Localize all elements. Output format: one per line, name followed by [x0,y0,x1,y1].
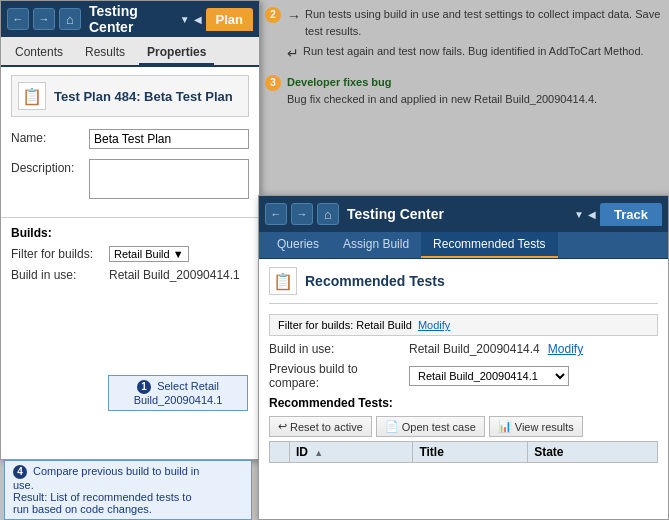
build-in-use-label: Build in use: [11,268,101,282]
plan-title: Test Plan 484: Beta Test Plan [54,89,233,104]
annotation-3: 3 Developer fixes bug Bug fix checked in… [265,74,669,107]
callout-4: 4 Compare previous build to build in use… [4,460,252,520]
view-results-button[interactable]: 📊 View results [489,416,583,437]
sort-arrow-id[interactable]: ▲ [314,448,323,458]
ann-2-number: 2 [265,7,281,23]
filter-bar: Filter for builds: Retail Build Modify [269,314,658,336]
ann-2-text2: Run test again and test now fails. Bug i… [303,43,644,60]
table-header-row: ID ▲ Title State [270,442,658,463]
ann-3-bold: Developer fixes bug [287,74,597,91]
callout-1: 1 Select Retail Build_20090414.1 [108,375,248,411]
filter-builds-label: Filter for builds: [11,247,101,261]
recommended-tests-table: ID ▲ Title State [269,441,658,463]
recommended-icon: 📋 [269,267,297,295]
callout-4-line2: use. [13,479,34,491]
annotation-2: 2 → Run tests using build in use and tes… [265,6,669,64]
annotations-area: 2 → Run tests using build in use and tes… [265,0,669,117]
plan-header: 📋 Test Plan 484: Beta Test Plan [11,75,249,117]
tab-contents[interactable]: Contents [7,41,71,65]
recommended-header: 📋 Recommended Tests [269,267,658,304]
build-in-use-value: Retail Build_20090414.1 [109,268,240,282]
right-home-button[interactable]: ⌂ [317,203,339,225]
description-field-row: Description: [11,159,249,199]
right-panel: ← → ⌂ Testing Center ▼ ◀ Track Queries A… [258,195,669,520]
ann-2-arrow2: ↵ [287,43,299,64]
nav-back-arrow[interactable]: ◀ [194,14,202,25]
th-id: ID ▲ [290,442,413,463]
builds-title: Builds: [11,226,249,240]
reset-to-active-button[interactable]: ↩ Reset to active [269,416,372,437]
ann-3-number: 3 [265,75,281,91]
filter-builds-row: Filter for builds: Retail Build ▼ [11,246,249,262]
right-tabs-row: Queries Assign Build Recommended Tests [259,232,668,259]
tab-plan[interactable]: Plan [206,8,253,31]
builds-section: Builds: Filter for builds: Retail Build … [1,217,259,296]
filter-bar-modify[interactable]: Modify [418,319,450,331]
right-forward-button[interactable]: → [291,203,313,225]
previous-build-row: Previous build to compare: Retail Build_… [269,362,658,390]
ann-2-arrow: → [287,6,301,27]
recommended-panel: 📋 Recommended Tests Filter for builds: R… [259,259,668,471]
tab-recommended-tests[interactable]: Recommended Tests [421,232,558,258]
name-input[interactable] [89,129,249,149]
right-nav-title: Testing Center [347,206,570,222]
form-area: 📋 Test Plan 484: Beta Test Plan Name: De… [1,67,259,217]
right-build-in-use-label: Build in use: [269,342,409,356]
view-icon: 📊 [498,420,512,433]
right-nav-bar: ← → ⌂ Testing Center ▼ ◀ Track [259,196,668,232]
th-checkbox [270,442,290,463]
right-build-in-use-value: Retail Build_20090414.4 [409,342,540,356]
description-input[interactable] [89,159,249,199]
tab-properties[interactable]: Properties [139,41,214,65]
th-state: State [528,442,658,463]
ann-3-content: Developer fixes bug Bug fix checked in a… [287,74,597,107]
recommended-title-text: Recommended Tests [305,273,445,289]
tab-assign-build[interactable]: Assign Build [331,232,421,258]
filter-dropdown-arrow: ▼ [173,248,184,260]
th-title: Title [413,442,528,463]
callout-4-number: 4 [13,465,27,479]
recommended-tests-label: Recommended Tests: [269,396,658,410]
back-button[interactable]: ← [7,8,29,30]
ann-2-text1: Run tests using build in use and test se… [305,6,669,39]
nav-dropdown-arrow[interactable]: ▼ [180,14,190,25]
right-nav-back[interactable]: ◀ [588,209,596,220]
filter-bar-label: Filter for builds: Retail Build [278,319,412,331]
ann-2-content: → Run tests using build in use and test … [287,6,669,64]
home-button[interactable]: ⌂ [59,8,81,30]
filter-builds-dropdown[interactable]: Retail Build ▼ [109,246,189,262]
open-icon: 📄 [385,420,399,433]
open-test-case-button[interactable]: 📄 Open test case [376,416,485,437]
previous-build-select[interactable]: Retail Build_20090414.1 [409,366,569,386]
right-back-button[interactable]: ← [265,203,287,225]
right-nav-dropdown[interactable]: ▼ [574,209,584,220]
left-tabs-row: Contents Results Properties [1,37,259,67]
ann-3-text: Bug fix checked in and applied in new Re… [287,91,597,108]
callout-4-line3: Result: List of recommended tests to [13,491,192,503]
right-build-modify[interactable]: Modify [548,342,583,356]
tab-queries[interactable]: Queries [265,232,331,258]
left-nav-title: Testing Center [89,3,176,35]
reset-icon: ↩ [278,420,287,433]
tab-track[interactable]: Track [600,203,662,226]
previous-build-label: Previous build to compare: [269,362,409,390]
forward-button[interactable]: → [33,8,55,30]
name-field-row: Name: [11,129,249,149]
callout-4-line1: Compare previous build to build in [33,465,199,477]
right-build-in-use-row: Build in use: Retail Build_20090414.4 Mo… [269,342,658,356]
plan-icon: 📋 [18,82,46,110]
callout-1-number: 1 [137,380,151,394]
description-label: Description: [11,159,81,175]
left-nav-bar: ← → ⌂ Testing Center ▼ ◀ Plan [1,1,259,37]
toolbar-row: ↩ Reset to active 📄 Open test case 📊 Vie… [269,416,658,437]
tab-results[interactable]: Results [77,41,133,65]
build-in-use-row: Build in use: Retail Build_20090414.1 [11,268,249,282]
filter-builds-value: Retail Build [114,248,170,260]
name-label: Name: [11,129,81,145]
callout-4-line4: run based on code changes. [13,503,152,515]
